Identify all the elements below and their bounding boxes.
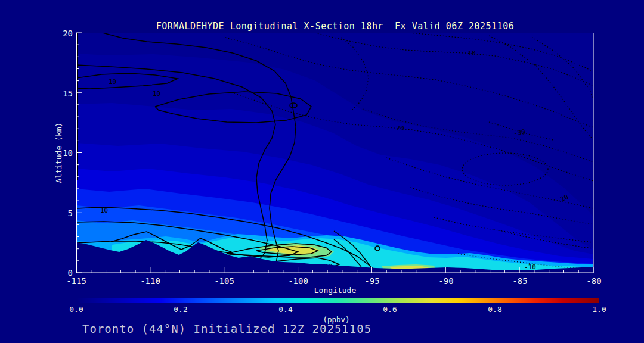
colorbar-tick-label: 0.6 [376, 305, 404, 314]
colorbar-tick-label: 0.0 [62, 305, 91, 314]
x-tick-label: -115 [58, 276, 94, 286]
x-tick-label: -80 [576, 276, 612, 286]
x-tick-label: -90 [428, 276, 464, 286]
colorbar-tick-label: 0.2 [166, 305, 195, 314]
y-tick-label: 20 [48, 29, 73, 38]
colorbar [76, 298, 599, 303]
x-tick-label: -105 [206, 276, 242, 286]
y-tick-label: 15 [48, 89, 73, 98]
axis-ticks [76, 33, 593, 273]
y-tick-label: 5 [48, 208, 73, 218]
x-tick-label: -100 [280, 276, 316, 286]
initialization-caption: Toronto (44°N) Initialized 12Z 20251105 [82, 322, 371, 335]
colorbar-tick-label: 0.4 [271, 305, 300, 314]
y-axis-title: Altitude (km) [54, 117, 63, 189]
x-tick-label: -110 [132, 276, 168, 286]
app-canvas: FORMALDEHYDE Longitudinal X-Section 18hr… [0, 0, 644, 343]
x-tick-label: -85 [502, 276, 538, 286]
x-tick-label: -95 [354, 276, 390, 286]
x-axis-title: Longitude [305, 286, 365, 295]
colorbar-tick-label: 0.8 [481, 305, 509, 314]
colorbar-tick-label: 1.0 [585, 305, 614, 314]
